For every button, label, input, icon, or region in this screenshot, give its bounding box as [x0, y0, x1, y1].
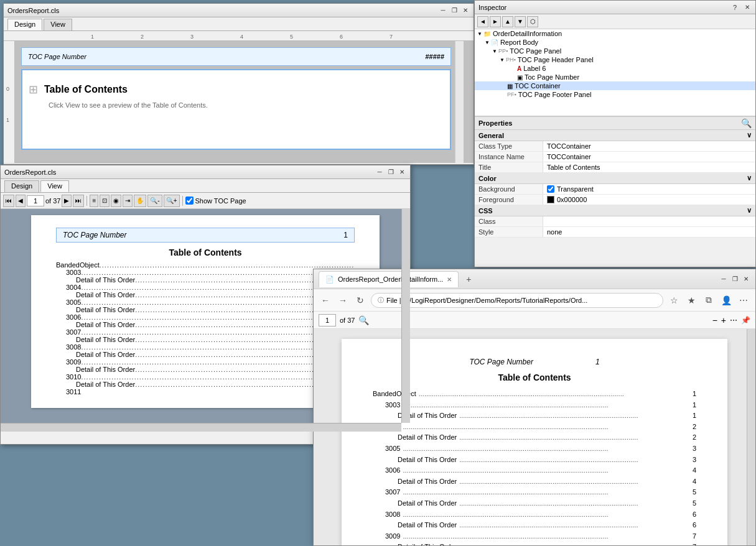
- browser-page-input[interactable]: [319, 314, 336, 326]
- expand-icon-1[interactable]: ▼: [485, 40, 490, 45]
- b-label-detail-6: Detail of This Order: [398, 520, 457, 531]
- prop-title: Title Table of Contents: [475, 162, 755, 173]
- toc-entry-3008: 3008....................................…: [56, 343, 355, 351]
- new-tab-btn[interactable]: +: [461, 272, 476, 287]
- browser-zoom-in-btn[interactable]: +: [721, 315, 726, 325]
- view-close-btn[interactable]: ✕: [398, 168, 406, 177]
- zoom-in-btn[interactable]: 🔍+: [164, 195, 180, 207]
- browser-tab-active[interactable]: 📄 OrdersReport_OrderDetailInform... ✕: [319, 271, 459, 287]
- tab-view[interactable]: View: [44, 19, 72, 30]
- bookmark2-btn[interactable]: ★: [684, 294, 698, 307]
- browser-restore[interactable]: ❐: [730, 275, 739, 284]
- tree-item-tocfooterpanel[interactable]: PF▪ TOC Page Footer Panel: [475, 90, 755, 99]
- inspector-window: Inspector ? ✕ ◄ ► ▲ ▼ ⬡ ▼ 📁 OrderDetailI…: [474, 0, 756, 267]
- b-label-3008: 3008: [385, 509, 400, 521]
- browser-close[interactable]: ✕: [742, 275, 750, 284]
- browser-more-btn[interactable]: ⋯: [730, 316, 737, 325]
- browser-toc-title: Table of Contents: [373, 372, 696, 382]
- nav-prev-btn[interactable]: ◀: [16, 195, 26, 207]
- view-toc-header: TOC Page Number 1: [56, 228, 355, 243]
- view-hscrollbar[interactable]: [1, 423, 401, 432]
- b-entry-3006: 3006 ...................................…: [373, 465, 696, 476]
- properties-search-icon[interactable]: 🔍: [741, 118, 752, 128]
- bookmark-btn[interactable]: ☆: [667, 294, 681, 307]
- browser-vscrollbar[interactable]: [747, 329, 755, 545]
- b-page-3003: 1: [693, 400, 696, 411]
- expand-icon-3[interactable]: ▼: [500, 57, 505, 63]
- tree-item-tocpagepanel[interactable]: ▼ PP▪ TOC Page Panel: [475, 47, 755, 55]
- view-btn-4[interactable]: ⇥: [123, 195, 133, 207]
- view-vscrollbar[interactable]: [401, 209, 410, 423]
- nav-first-btn[interactable]: ⏮: [3, 195, 14, 207]
- forward-btn[interactable]: →: [336, 294, 350, 307]
- copy-btn[interactable]: ⧉: [702, 294, 716, 307]
- b-dots-3005: ........................................…: [400, 443, 692, 455]
- close-button[interactable]: ✕: [461, 6, 470, 15]
- insp-nav-left[interactable]: ◄: [477, 16, 488, 27]
- view-tab-design[interactable]: Design: [4, 180, 39, 192]
- address-bar[interactable]: ⓘ File | E:/LogiReport/Designer/Demo/Rep…: [371, 293, 663, 308]
- b-page-3007: 5: [693, 487, 696, 498]
- back-btn[interactable]: ←: [319, 294, 332, 307]
- insp-nav-up[interactable]: ▲: [502, 16, 513, 27]
- b-entry-detail-5: Detail of This Order ...................…: [373, 498, 696, 509]
- tree-item-tocheaderpanel[interactable]: ▼ PH▪ TOC Page Header Panel: [475, 55, 755, 64]
- b-label-detail-2: Detail of This Order: [398, 432, 457, 443]
- browser-zoom-out-btn[interactable]: −: [712, 315, 717, 325]
- b-page-3008: 6: [693, 509, 696, 521]
- css-section-header[interactable]: CSS ∨: [475, 205, 755, 216]
- browser-pin-btn[interactable]: 📌: [741, 316, 750, 325]
- refresh-btn[interactable]: ↻: [353, 294, 367, 307]
- b-label-detail-5: Detail of This Order: [398, 498, 457, 509]
- nav-last-btn[interactable]: ⏭: [73, 195, 84, 207]
- inspector-close-btn[interactable]: ✕: [743, 3, 752, 12]
- browser-search-btn[interactable]: 🔍: [358, 315, 369, 325]
- show-toc-checkbox[interactable]: [185, 197, 194, 205]
- help-btn[interactable]: ?: [733, 4, 737, 11]
- tree-item-orderdetail[interactable]: ▼ 📁 OrderDetailInformation: [475, 29, 755, 38]
- page-number-input[interactable]: [27, 195, 44, 206]
- b-page-detail-7: 7: [693, 542, 696, 545]
- zoom-out-btn[interactable]: 🔍-: [147, 195, 162, 207]
- view-restore-btn[interactable]: ❐: [386, 168, 395, 177]
- view-tab-view[interactable]: View: [40, 180, 69, 192]
- insp-nav-down[interactable]: ▼: [515, 16, 526, 27]
- bg-checkbox[interactable]: [547, 185, 554, 193]
- insp-nav-right[interactable]: ►: [490, 16, 501, 27]
- expand-icon-2[interactable]: ▼: [492, 49, 497, 54]
- browser-minimize[interactable]: ─: [719, 275, 728, 284]
- page-icon-1: 📄: [491, 39, 498, 46]
- menu-btn[interactable]: ⋯: [737, 294, 750, 307]
- nav-next-btn[interactable]: ▶: [62, 195, 72, 207]
- tree-item-label6[interactable]: A Label 6: [475, 64, 755, 73]
- tree-item-reportbody[interactable]: ▼ 📄 Report Body: [475, 38, 755, 47]
- show-toc-label[interactable]: Show TOC Page: [185, 197, 246, 205]
- toc-entry-3005: 3005....................................…: [56, 298, 355, 306]
- toc-body-container: ⊞ Table of Contents Click View to see a …: [21, 69, 451, 150]
- view-btn-5[interactable]: ✋: [134, 195, 146, 207]
- insp-btn-5[interactable]: ⬡: [527, 16, 538, 27]
- toc-entry-detail-3: Detail of This Order....................…: [56, 306, 355, 313]
- prop-title-value: Table of Contents: [543, 162, 755, 172]
- general-section-header[interactable]: General ∨: [475, 130, 755, 141]
- minimize-button[interactable]: ─: [439, 6, 447, 15]
- toc-entry-3003: 3003....................................…: [56, 269, 355, 276]
- tab-design[interactable]: Design: [7, 19, 42, 30]
- profile-btn[interactable]: 👤: [719, 294, 733, 307]
- toc-title-row: ⊞ Table of Contents: [22, 70, 450, 99]
- list-view-btn[interactable]: ≡: [90, 195, 98, 207]
- vertical-scrollbar[interactable]: [455, 41, 464, 163]
- tree-item-toccontainer[interactable]: ▦ TOC Container: [475, 81, 755, 90]
- restore-button[interactable]: ❐: [450, 6, 459, 15]
- b-page-detail-4: 4: [693, 476, 696, 488]
- tree-item-tocpagenum[interactable]: ▣ Toc Page Number: [475, 73, 755, 81]
- color-section-header[interactable]: Color ∨: [475, 173, 755, 184]
- toc-entry-3011: 3011: [56, 388, 355, 396]
- tab-close-btn[interactable]: ✕: [447, 276, 452, 283]
- page-view-btn[interactable]: ⊡: [100, 195, 110, 207]
- expand-icon-0[interactable]: ▼: [477, 31, 482, 37]
- view-minimize-btn[interactable]: ─: [375, 168, 384, 177]
- view-btn-3[interactable]: ◉: [111, 195, 121, 207]
- prop-classtype-value: TOCContainer: [543, 141, 755, 151]
- prop-instancename-value: TOCContainer: [543, 152, 755, 162]
